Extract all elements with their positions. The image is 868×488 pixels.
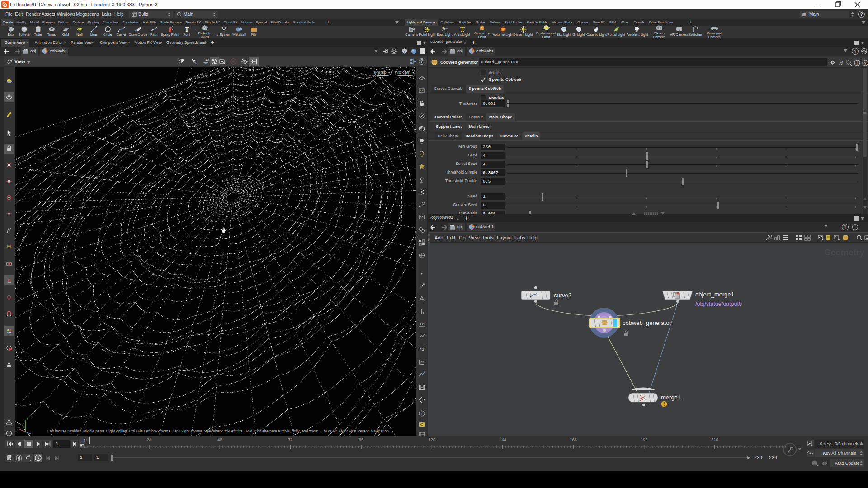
svg-text:24: 24	[147, 437, 152, 442]
svg-text:12: 12	[420, 322, 424, 326]
svg-text:144: 144	[499, 437, 506, 442]
svg-text:48: 48	[217, 437, 222, 442]
svg-text:i: i	[857, 61, 858, 66]
svg-text:120: 120	[428, 437, 435, 442]
svg-text:216: 216	[711, 437, 718, 442]
svg-text:T: T	[184, 26, 189, 33]
svg-text:!: !	[663, 402, 665, 407]
svg-text:H: H	[839, 60, 844, 66]
svg-text:42: 42	[420, 347, 424, 352]
svg-text:168: 168	[570, 437, 577, 442]
svg-text:72: 72	[288, 437, 293, 442]
svg-text:i: i	[421, 411, 422, 416]
svg-text:y: y	[26, 416, 28, 420]
svg-text:?: ?	[864, 61, 867, 66]
svg-text:192: 192	[641, 437, 648, 442]
svg-text:96: 96	[359, 437, 364, 442]
